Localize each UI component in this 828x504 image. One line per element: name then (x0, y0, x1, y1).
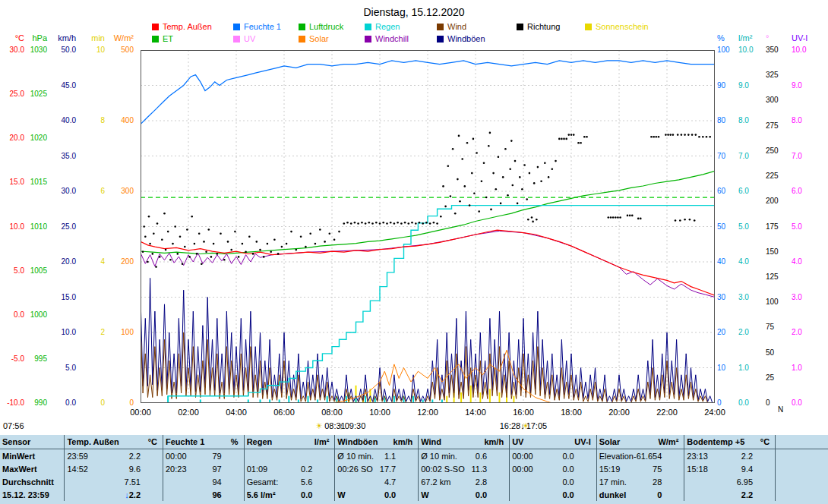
series-richtung (563, 138, 565, 140)
series-richtung (570, 134, 573, 136)
series-richtung (223, 259, 226, 261)
axis-tick: 400 (106, 116, 134, 125)
axis-tick: 10 (77, 46, 105, 55)
value-cell-inner: 17 min.28 (599, 477, 682, 487)
axis-unit-l/m²: l/m² (738, 33, 763, 43)
column-unit: °C (744, 437, 773, 446)
axis-tick: -5.0 (0, 354, 24, 364)
legend-item: Luftdruck (299, 22, 343, 31)
value-cell-inner: W0.0 (337, 490, 416, 499)
header-cell: Bodentemp +5°C (684, 435, 776, 449)
series-richtung (404, 222, 406, 224)
series-richtung (612, 216, 615, 219)
series-richtung (483, 162, 485, 165)
series-richtung (481, 180, 483, 182)
series-richtung (450, 195, 452, 197)
axis-tick: 350 (766, 46, 788, 55)
sun-marker: ↑09:30 (339, 421, 367, 430)
cell-time-label: 17 min. (599, 477, 627, 487)
series-richtung (489, 132, 491, 134)
series-richtung (393, 222, 396, 225)
legend-label: Windchill (375, 34, 409, 43)
series-richtung (419, 222, 421, 224)
series-richtung (309, 233, 311, 235)
value-cell-inner: 00:02 S-SO11.3 (421, 465, 507, 474)
value-cell: Gesamt:5.6 (244, 475, 335, 488)
series-richtung (375, 222, 378, 224)
series-richtung (532, 221, 534, 223)
header-cell: SolarW/m² (596, 435, 684, 449)
cell-time-label: 15:19 (599, 465, 621, 474)
series-richtung (677, 134, 679, 136)
value-cell-inner: 01:090.2 (247, 465, 333, 474)
column-name: Solar (599, 437, 621, 446)
series-richtung (561, 138, 563, 140)
series-richtung (640, 218, 642, 220)
series-richtung (234, 231, 236, 233)
column-name: Temp. Außen (67, 437, 119, 446)
axis-tick: 5.0 (738, 222, 763, 232)
x-axis-label: 00:00 (122, 408, 159, 417)
cell-time-label: W (337, 490, 345, 499)
axis-unit-%: % (717, 33, 738, 43)
axis-tick: 2.0 (792, 328, 819, 337)
axis-tick: 1010 (26, 222, 47, 232)
series-richtung (472, 138, 475, 140)
legend-swatch (233, 24, 240, 30)
series-richtung (658, 136, 660, 138)
axis-tick: 70 (717, 152, 738, 161)
series-richtung (537, 166, 539, 169)
value-cell: 15:1975 (596, 462, 684, 475)
axis-tick: 100 (766, 298, 788, 307)
series-richtung (502, 176, 504, 178)
cell-value: 7.51 (67, 477, 160, 487)
series-richtung (488, 145, 490, 147)
summary-table-grid: SensorTemp. Außen°CFeuchte 1%Regenl/m²Wi… (0, 435, 828, 501)
series-richtung (656, 136, 658, 138)
cell-value: ↓2.2 (67, 490, 160, 499)
series-richtung (390, 222, 392, 224)
axis-tick: 150 (766, 247, 788, 257)
series-richtung (459, 200, 461, 203)
value-cell: 5.6 l/m²0.0 (244, 488, 335, 501)
cell-value: 4.7 (337, 477, 416, 487)
column-name: UV (512, 437, 523, 446)
series-richtung (698, 136, 700, 138)
value-cell: 4.7 (335, 475, 419, 488)
axis-tick: 4.0 (738, 257, 763, 266)
value-cell-filler (776, 475, 828, 488)
series-richtung (155, 266, 157, 268)
axis-tick: 5.0 (49, 364, 76, 373)
legend-label: Windböen (447, 34, 485, 43)
axis-tick: -10.0 (0, 398, 24, 408)
series-richtung (461, 158, 463, 160)
series-richtung (208, 228, 210, 231)
cell-value: -61.654 (634, 452, 681, 461)
series-richtung (706, 136, 708, 138)
value-cell-inner: 14:529.6 (67, 465, 160, 474)
axis-unit-°: ° (766, 33, 788, 43)
series-richtung (382, 222, 384, 224)
series-richtung (473, 192, 476, 194)
cell-time-label: 00:26 SO (337, 465, 372, 474)
series-richtung (205, 250, 207, 253)
axis-tick: 200 (766, 197, 788, 206)
cell-time-label: 5.6 l/m² (247, 490, 276, 499)
table-row: Durchschnitt7.5194Gesamt:5.64.767.2 km2.… (0, 475, 828, 488)
axis-tick: 30.0 (49, 187, 76, 196)
series-richtung (526, 198, 528, 200)
series-richtung (198, 233, 201, 235)
cell-value: 17.7 (373, 465, 416, 474)
value-cell: 00:0079 (163, 449, 245, 463)
axis-tick: 325 (766, 71, 788, 80)
series-richtung (580, 142, 582, 144)
series-richtung (452, 148, 454, 150)
series-richtung (196, 253, 198, 255)
cell-value: 0 (626, 490, 681, 499)
column-unit: % (204, 437, 241, 446)
row-label: MaxWert (2, 465, 37, 474)
header-cell-inner: Temp. Außen°C (67, 437, 160, 446)
series-richtung (684, 134, 686, 136)
series-richtung (213, 243, 215, 245)
value-cell: Ø 10 min.1.1 (335, 449, 419, 463)
